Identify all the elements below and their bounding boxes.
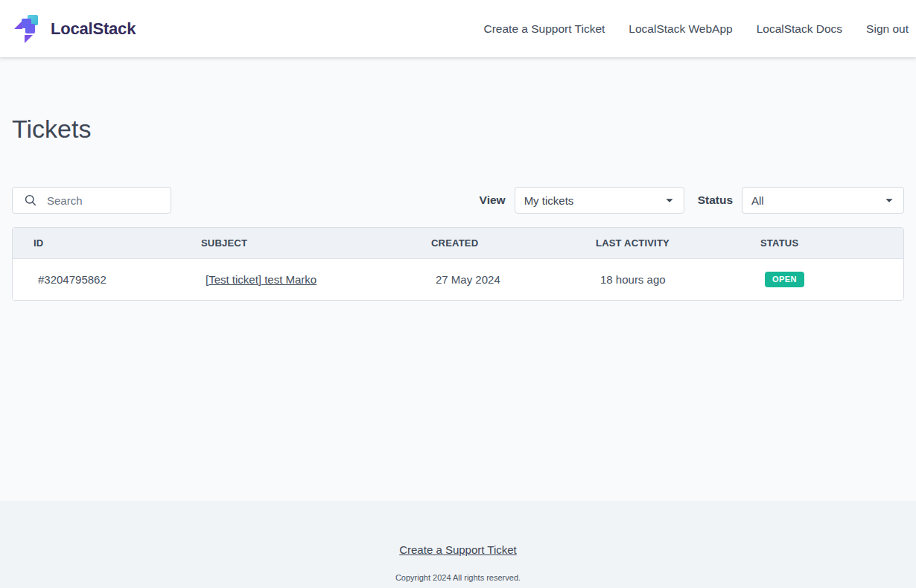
footer-create-support-ticket-link[interactable]: Create a Support Ticket [399,543,517,556]
column-header-id: ID [13,228,180,258]
page-footer: Create a Support Ticket Copyright 2024 A… [0,501,916,588]
nav-localstack-webapp[interactable]: LocalStack WebApp [629,22,732,36]
status-select-value: All [751,194,764,207]
view-select-value: My tickets [524,194,574,207]
ticket-created: 27 May 2024 [410,258,575,300]
ticket-subject-link[interactable]: [Test ticket] test Marko [206,273,317,286]
page: LocalStack Create a Support Ticket Local… [0,0,916,588]
search-input[interactable] [38,194,171,207]
column-header-status: STATUS [740,228,903,258]
top-nav: Create a Support Ticket LocalStack WebAp… [484,22,909,36]
nav-sign-out[interactable]: Sign out [866,22,909,36]
tickets-table: ID SUBJECT CREATED LAST ACTIVITY STATUS … [12,227,904,301]
column-header-created: CREATED [410,228,575,258]
column-header-last-activity: LAST ACTIVITY [575,228,740,258]
nav-localstack-docs[interactable]: LocalStack Docs [757,22,842,36]
ticket-last-activity: 18 hours ago [575,258,740,300]
caret-down-icon [661,192,678,208]
status-badge: OPEN [765,272,804,287]
caret-down-icon [881,192,897,208]
status-select[interactable]: All [742,187,904,214]
brand-name: LocalStack [51,19,136,39]
app-header: LocalStack Create a Support Ticket Local… [0,0,916,57]
search-box [12,187,171,214]
column-header-subject: SUBJECT [180,228,410,258]
localstack-logo[interactable]: LocalStack [12,13,136,45]
view-label: View [480,194,506,207]
view-select[interactable]: My tickets [515,187,684,214]
filter-group: View My tickets Status All [480,187,904,214]
ticket-id: #3204795862 [13,258,180,300]
table-row: #3204795862 [Test ticket] test Marko 27 … [13,258,903,300]
localstack-logo-icon [12,13,43,45]
table-header-row: ID SUBJECT CREATED LAST ACTIVITY STATUS [13,228,903,258]
main-content: Tickets View My tickets Status [0,57,916,501]
copyright-text: Copyright 2024 All rights reserved. [0,573,916,582]
page-title: Tickets [12,57,904,144]
nav-create-support-ticket[interactable]: Create a Support Ticket [484,22,605,36]
search-icon [23,193,38,208]
filter-bar: View My tickets Status All [12,187,904,214]
status-label: Status [698,194,733,207]
